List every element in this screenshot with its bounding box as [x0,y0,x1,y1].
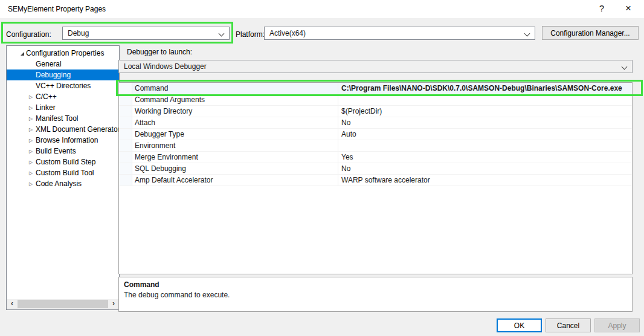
tree-collapsed-icon: ▷ [29,149,33,154]
tree-item-vc-directories[interactable]: VC++ Directories [7,80,119,91]
apply-button[interactable]: Apply [594,318,640,332]
property-value[interactable]: C:\Program Files\NANO-D\SDK\0.7.0\SAMSON… [338,83,632,94]
tree-collapsed-icon: ▷ [29,105,33,111]
property-name: Working Directory [132,106,338,117]
tree-item-label: Manifest Tool [36,113,78,124]
property-row-debugger-type[interactable]: Debugger TypeAuto [119,129,632,140]
tree-collapsed-icon: ▷ [29,116,33,121]
scrollbar-thumb[interactable] [18,300,108,308]
property-description-panel: Command The debug command to execute. [118,277,633,312]
window-title: SEMyElement Property Pages [8,5,106,13]
tree-item-label: Custom Build Step [36,157,95,167]
scroll-right-icon[interactable]: › [109,299,118,309]
tree-horizontal-scrollbar[interactable]: ‹ › [7,299,118,309]
title-bar: SEMyElement Property Pages ? × [0,0,644,18]
chevron-down-icon [219,31,225,37]
dialog-body: Configuration: Debug Platform: Active(x6… [0,18,644,336]
chevron-down-icon [622,64,628,70]
property-value[interactable]: Auto [338,129,632,140]
tree-item-label: Custom Build Tool [36,167,94,178]
tree-item-debugging[interactable]: Debugging [7,69,119,80]
property-name: Amp Default Accelerator [132,175,338,186]
tree-collapsed-icon: ▷ [29,160,33,165]
config-tree-panel: Configuration PropertiesGeneralDebugging… [6,45,120,310]
tree-item-c-c[interactable]: ▷C/C++ [7,91,119,102]
tree-collapsed-icon[interactable]: ▷ [26,91,36,103]
property-value[interactable]: $(ProjectDir) [338,106,632,117]
configuration-dropdown[interactable]: Debug [62,27,230,40]
property-name: Merge Environment [132,152,338,163]
debugger-dropdown-value: Local Windows Debugger [124,62,207,71]
tree-item-label: VC++ Directories [36,80,91,91]
tree-item-label: Browse Information [36,135,98,146]
tree-item-code-analysis[interactable]: ▷Code Analysis [7,178,119,189]
property-row-gutter [119,163,132,174]
configuration-dropdown-value: Debug [68,29,89,37]
property-row-working-directory[interactable]: Working Directory$(ProjectDir) [119,106,632,117]
platform-dropdown[interactable]: Active(x64) [264,27,535,40]
tree-item-label: General [36,59,62,69]
tree-item-build-events[interactable]: ▷Build Events [7,146,119,157]
tree-item-general[interactable]: General [7,59,119,69]
tree-item-label: Debugging [36,69,71,80]
tree-collapsed-icon[interactable]: ▷ [26,134,36,146]
platform-dropdown-value: Active(x64) [269,29,306,37]
tree-collapsed-icon[interactable]: ▷ [26,156,36,168]
tree-item-configuration-properties[interactable]: Configuration Properties [7,48,119,59]
property-name: Command [132,83,338,94]
tree-item-label: Build Events [36,146,76,157]
property-row-command-arguments[interactable]: Command Arguments [119,94,632,106]
config-tree: Configuration PropertiesGeneralDebugging… [7,46,119,189]
property-name: Environment [132,140,338,151]
property-value[interactable]: Yes [338,152,632,163]
tree-collapsed-icon[interactable]: ▷ [26,112,36,124]
tree-item-browse-information[interactable]: ▷Browse Information [7,135,119,146]
ok-button[interactable]: OK [497,318,542,332]
tree-collapsed-icon[interactable]: ▷ [26,145,36,157]
property-row-gutter [119,152,132,163]
configuration-manager-button[interactable]: Configuration Manager... [542,26,639,40]
property-row-environment[interactable]: Environment [119,140,632,152]
tree-collapsed-icon[interactable]: ▷ [26,102,36,114]
tree-collapsed-icon[interactable]: ▷ [26,178,36,190]
property-value[interactable]: No [338,117,632,128]
tree-item-label: C/C++ [36,91,57,102]
property-value[interactable]: WARP software accelerator [338,175,632,186]
property-row-gutter [119,83,132,94]
tree-item-manifest-tool[interactable]: ▷Manifest Tool [7,113,119,124]
property-row-sql-debugging[interactable]: SQL DebuggingNo [119,163,632,175]
property-name: Debugger Type [132,129,338,140]
tree-item-custom-build-step[interactable]: ▷Custom Build Step [7,157,119,167]
cancel-button[interactable]: Cancel [546,318,591,332]
close-icon[interactable]: × [616,0,640,17]
property-row-gutter [119,129,132,140]
debugger-dropdown[interactable]: Local Windows Debugger [118,60,633,73]
property-row-merge-environment[interactable]: Merge EnvironmentYes [119,152,632,163]
tree-item-label: Configuration Properties [26,48,104,59]
tree-collapsed-icon: ▷ [29,94,33,100]
property-row-attach[interactable]: AttachNo [119,117,632,129]
tree-expanded-icon [21,52,24,56]
tree-expanded-icon[interactable] [16,48,26,59]
tree-item-xml-document-generator[interactable]: ▷XML Document Generator [7,124,119,135]
property-row-amp-default-accelerator[interactable]: Amp Default AcceleratorWARP software acc… [119,175,632,186]
tree-item-linker[interactable]: ▷Linker [7,102,119,113]
configuration-label: Configuration: [6,30,51,39]
property-row-command[interactable]: CommandC:\Program Files\NANO-D\SDK\0.7.0… [119,83,632,94]
property-value[interactable]: No [338,163,632,174]
tree-item-custom-build-tool[interactable]: ▷Custom Build Tool [7,167,119,178]
property-row-gutter [119,94,132,105]
property-name: Command Arguments [132,94,338,105]
property-row-gutter [119,117,132,128]
help-icon[interactable]: ? [590,0,614,17]
scroll-left-icon[interactable]: ‹ [7,299,17,309]
description-title: Command [124,280,627,289]
tree-collapsed-icon[interactable]: ▷ [26,167,36,179]
property-name: Attach [132,117,338,128]
property-value[interactable] [338,94,632,105]
property-value[interactable] [338,140,632,151]
tree-item-label: Code Analysis [36,178,82,189]
tree-collapsed-icon[interactable]: ▷ [26,123,36,135]
property-name: SQL Debugging [132,163,338,174]
debugger-to-launch-label: Debugger to launch: [127,48,192,56]
